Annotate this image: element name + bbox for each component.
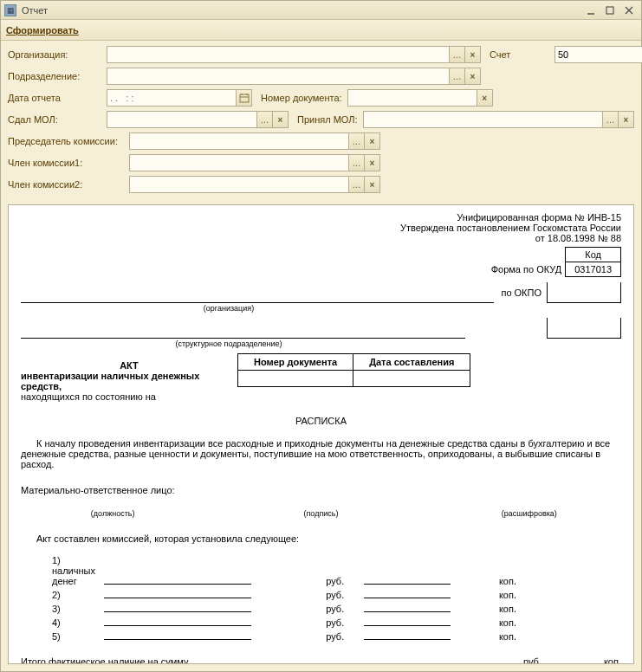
dept-caption: (структурное подразделение)	[21, 339, 437, 348]
mol-label: Материально-ответственное лицо:	[21, 485, 621, 495]
dept-choose-button[interactable]: …	[450, 68, 465, 85]
okud-code: 0317013	[566, 262, 621, 277]
sig-sign: (подпись)	[229, 509, 412, 518]
dept-label: Подразделение:	[8, 71, 107, 81]
body-text: К началу проведения инвентаризации все р…	[21, 438, 621, 469]
sig-position: (должность)	[21, 509, 204, 518]
member2-input[interactable]	[129, 176, 349, 193]
code-table: Код Форма по ОКУД0317013	[483, 247, 621, 277]
chairman-label: Председатель комиссии:	[8, 136, 129, 146]
member1-choose-button[interactable]: …	[349, 154, 365, 171]
org-line	[21, 291, 494, 303]
total-label: Итого фактическое наличие на сумму	[21, 656, 188, 664]
document-preview[interactable]: Унифицированная форма № ИНВ-15 Утвержден…	[8, 204, 634, 664]
dept-line	[21, 326, 465, 339]
form-approved-date: от 18.08.1998 № 88	[21, 233, 621, 243]
window-title: Отчет	[22, 5, 48, 16]
date-calendar-button[interactable]	[237, 89, 252, 107]
okpo-box	[547, 282, 621, 303]
member1-label: Член комиссии1:	[8, 158, 129, 168]
doc-num-date-table: Номер документа Дата составления	[237, 353, 470, 387]
commission-text: Акт составлен комиссией, которая установ…	[21, 533, 621, 544]
toolbar: Сформировать	[1, 20, 641, 41]
member2-choose-button[interactable]: …	[349, 176, 365, 193]
akt-heading: АКТ	[21, 360, 237, 371]
sdal-label: Сдал МОЛ:	[8, 114, 107, 125]
prinyal-label: Принял МОЛ:	[297, 114, 358, 125]
member1-input[interactable]	[129, 154, 349, 171]
docnum-header: Номер документа	[238, 354, 353, 371]
org-label: Организация:	[8, 49, 107, 60]
prinyal-input[interactable]	[363, 111, 603, 128]
maximize-button[interactable]	[601, 3, 619, 17]
dept-box	[547, 318, 621, 339]
account-label: Счет	[490, 49, 510, 60]
org-input[interactable]	[107, 46, 450, 63]
okpo-label: по ОКПО	[501, 288, 541, 298]
code-header: Код	[566, 248, 621, 262]
close-button[interactable]	[620, 3, 638, 17]
date-label: Дата отчета	[8, 93, 107, 103]
docnum-clear-button[interactable]: ×	[477, 89, 493, 107]
member1-clear-button[interactable]: ×	[365, 154, 380, 171]
chairman-choose-button[interactable]: …	[349, 132, 365, 150]
prinyal-choose-button[interactable]: …	[603, 111, 619, 128]
sdal-input[interactable]	[107, 111, 257, 128]
docnum-input[interactable]	[347, 89, 477, 107]
svg-rect-1	[606, 7, 613, 14]
akt-sub: инвентаризации наличных денежных средств…	[21, 371, 237, 391]
chairman-clear-button[interactable]: ×	[365, 132, 380, 150]
date-input[interactable]	[107, 89, 237, 107]
minimize-button[interactable]	[582, 3, 600, 17]
sdal-clear-button[interactable]: ×	[273, 111, 289, 128]
docdate-header: Дата составления	[353, 354, 470, 371]
filter-form: Организация: … × Счет … × Подразделение:…	[1, 41, 641, 204]
org-choose-button[interactable]: …	[450, 46, 465, 63]
member2-label: Член комиссии2:	[8, 179, 129, 190]
account-input[interactable]	[554, 46, 642, 63]
generate-button[interactable]: Сформировать	[6, 25, 79, 36]
titlebar: ▦ Отчет	[1, 1, 641, 20]
svg-rect-4	[240, 94, 249, 102]
sdal-choose-button[interactable]: …	[257, 111, 273, 128]
org-clear-button[interactable]: ×	[465, 46, 481, 63]
chairman-input[interactable]	[129, 132, 349, 150]
org-caption: (организация)	[21, 304, 437, 313]
docnum-label: Номер документа:	[261, 93, 342, 103]
prinyal-clear-button[interactable]: ×	[619, 111, 634, 128]
report-icon: ▦	[4, 4, 16, 16]
member2-clear-button[interactable]: ×	[365, 176, 380, 193]
money-row-1-num: 1) наличных денег	[49, 554, 99, 587]
raspiska-heading: РАСПИСКА	[21, 416, 621, 426]
form-approved: Утверждена постановлением Госкомстата Ро…	[21, 223, 621, 233]
sig-decipher: (расшифровка)	[438, 509, 621, 518]
dept-input[interactable]	[107, 68, 450, 85]
dept-clear-button[interactable]: ×	[465, 68, 481, 85]
form-title: Унифицированная форма № ИНВ-15	[21, 212, 621, 223]
akt-asof: находящихся по состоянию на	[21, 391, 237, 402]
okud-label: Форма по ОКУД	[483, 262, 566, 277]
money-table: 1) наличных денег руб. коп. 2)руб.коп. 3…	[47, 552, 532, 644]
